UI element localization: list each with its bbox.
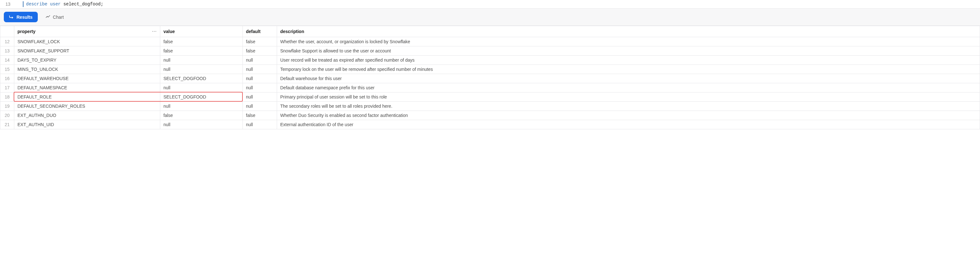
cell-description[interactable]: Temporary lock on the user will be remov…	[277, 65, 980, 74]
cell-value[interactable]: SELECT_DOGFOOD	[160, 74, 243, 83]
header-rownum[interactable]	[0, 26, 14, 37]
cell-description[interactable]: Primary principal of user session will b…	[277, 93, 980, 102]
cell-property[interactable]: DEFAULT_NAMESPACE	[14, 83, 160, 93]
row-number: 17	[0, 83, 14, 93]
header-value-label: value	[164, 29, 175, 34]
table-row[interactable]: 14DAYS_TO_EXPIRYnullnullUser record will…	[0, 56, 980, 65]
row-number: 13	[0, 46, 14, 56]
column-menu-icon[interactable]: ···	[152, 29, 157, 34]
cell-description[interactable]: Default warehouse for this user	[277, 74, 980, 83]
cell-default[interactable]: null	[243, 120, 277, 129]
cell-default[interactable]: null	[243, 74, 277, 83]
table-row[interactable]: 15MINS_TO_UNLOCKnullnullTemporary lock o…	[0, 65, 980, 74]
cell-property[interactable]: SNOWFLAKE_LOCK	[14, 37, 160, 46]
results-toolbar: Results Chart	[0, 9, 980, 26]
cell-value[interactable]: null	[160, 83, 243, 93]
row-number: 12	[0, 37, 14, 46]
chart-button[interactable]: Chart	[45, 14, 64, 20]
cell-description[interactable]: Whether the user, account, or organizati…	[277, 37, 980, 46]
row-number: 15	[0, 65, 14, 74]
table-row[interactable]: 16DEFAULT_WAREHOUSESELECT_DOGFOODnullDef…	[0, 74, 980, 83]
results-table-container: property ··· value default description	[0, 26, 980, 129]
cell-default[interactable]: null	[243, 93, 277, 102]
cell-description[interactable]: The secondary roles will be set to all r…	[277, 102, 980, 111]
cell-property[interactable]: SNOWFLAKE_SUPPORT	[14, 46, 160, 56]
cell-value[interactable]: SELECT_DOGFOOD	[160, 93, 243, 102]
row-number: 14	[0, 56, 14, 65]
cell-default[interactable]: null	[243, 65, 277, 74]
cell-description[interactable]: Default database namespace prefix for th…	[277, 83, 980, 93]
table-row[interactable]: 13SNOWFLAKE_SUPPORTfalsefalseSnowflake S…	[0, 46, 980, 56]
header-description-label: description	[280, 29, 304, 34]
keyword-user: user	[50, 2, 61, 7]
cell-property[interactable]: EXT_AUTHN_DUO	[14, 111, 160, 120]
table-row[interactable]: 17DEFAULT_NAMESPACEnullnullDefault datab…	[0, 83, 980, 93]
cell-description[interactable]: Whether Duo Security is enabled as secon…	[277, 111, 980, 120]
cell-default[interactable]: null	[243, 83, 277, 93]
table-header-row: property ··· value default description	[0, 26, 980, 37]
cell-default[interactable]: false	[243, 37, 277, 46]
row-number: 20	[0, 111, 14, 120]
results-button-label: Results	[16, 14, 33, 20]
chart-button-label: Chart	[53, 14, 64, 20]
row-number: 19	[0, 102, 14, 111]
cell-property[interactable]: MINS_TO_UNLOCK	[14, 65, 160, 74]
cell-default[interactable]: null	[243, 102, 277, 111]
table-row[interactable]: 21EXT_AUTHN_UIDnullnullExternal authenti…	[0, 120, 980, 129]
cell-default[interactable]: false	[243, 46, 277, 56]
cell-value[interactable]: false	[160, 46, 243, 56]
cell-value[interactable]: null	[160, 120, 243, 129]
code-content[interactable]: describe user select_dogfood;	[26, 2, 103, 7]
results-button[interactable]: Results	[4, 12, 38, 22]
cell-property[interactable]: DAYS_TO_EXPIRY	[14, 56, 160, 65]
code-identifier: select_dogfood;	[60, 2, 103, 7]
cell-default[interactable]: null	[243, 56, 277, 65]
editor-cursor	[23, 1, 24, 7]
results-table: property ··· value default description	[0, 26, 980, 129]
cell-description[interactable]: External authentication ID of the user	[277, 120, 980, 129]
row-number: 16	[0, 74, 14, 83]
cell-value[interactable]: null	[160, 65, 243, 74]
table-row[interactable]: 12SNOWFLAKE_LOCKfalsefalseWhether the us…	[0, 37, 980, 46]
line-number: 13	[0, 2, 16, 7]
header-property-label: property	[18, 29, 35, 34]
cell-value[interactable]: false	[160, 111, 243, 120]
cell-default[interactable]: false	[243, 111, 277, 120]
keyword-describe: describe	[26, 2, 47, 7]
chart-line-icon	[45, 14, 51, 20]
cell-property[interactable]: DEFAULT_SECONDARY_ROLES	[14, 102, 160, 111]
row-number: 21	[0, 120, 14, 129]
row-number: 18	[0, 93, 14, 102]
cell-property[interactable]: DEFAULT_WAREHOUSE	[14, 74, 160, 83]
table-row[interactable]: 20EXT_AUTHN_DUOfalsefalseWhether Duo Sec…	[0, 111, 980, 120]
header-description[interactable]: description	[277, 26, 980, 37]
cell-description[interactable]: User record will be treated as expired a…	[277, 56, 980, 65]
cell-value[interactable]: null	[160, 56, 243, 65]
results-arrow-icon	[9, 14, 14, 20]
header-default[interactable]: default	[243, 26, 277, 37]
header-default-label: default	[246, 29, 261, 34]
cell-value[interactable]: null	[160, 102, 243, 111]
code-editor-line[interactable]: 13 describe user select_dogfood;	[0, 0, 980, 9]
table-row[interactable]: 19DEFAULT_SECONDARY_ROLESnullnullThe sec…	[0, 102, 980, 111]
table-row[interactable]: 18DEFAULT_ROLESELECT_DOGFOODnullPrimary …	[0, 93, 980, 102]
header-value[interactable]: value	[160, 26, 243, 37]
cell-value[interactable]: false	[160, 37, 243, 46]
cell-description[interactable]: Snowflake Support is allowed to use the …	[277, 46, 980, 56]
header-property[interactable]: property ···	[14, 26, 160, 37]
cell-property[interactable]: EXT_AUTHN_UID	[14, 120, 160, 129]
cell-property[interactable]: DEFAULT_ROLE	[14, 93, 160, 102]
